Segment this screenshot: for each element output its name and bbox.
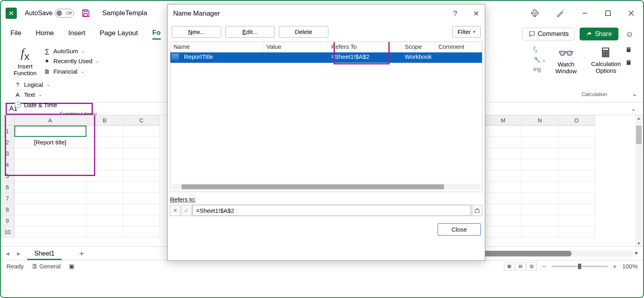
cell[interactable] <box>558 159 595 170</box>
zoom-slider[interactable] <box>552 266 608 267</box>
row-header[interactable]: 9 <box>1 215 14 226</box>
col-refers-header[interactable]: Refers To <box>328 42 402 52</box>
cell[interactable] <box>123 215 160 226</box>
expand-formula-bar-icon[interactable]: ⌄ <box>631 105 636 112</box>
delete-name-button[interactable]: Delete <box>279 26 328 38</box>
save-icon[interactable] <box>81 9 90 18</box>
next-sheet-button[interactable]: ► <box>16 250 22 257</box>
dialog-close-button[interactable]: ✕ <box>473 9 479 18</box>
row-header[interactable]: 1 <box>1 126 14 137</box>
cell-a1[interactable] <box>14 126 86 137</box>
cell[interactable] <box>485 215 522 226</box>
row-header[interactable]: 10 <box>1 226 14 238</box>
cell[interactable] <box>86 170 123 182</box>
refers-apply-button[interactable]: ✓ <box>181 205 192 216</box>
zoom-value[interactable]: 100% <box>622 263 638 270</box>
feedback-icon[interactable]: ☺ <box>626 30 634 39</box>
insert-function-button[interactable]: fx Insert Function <box>10 43 40 79</box>
cell[interactable] <box>558 170 595 182</box>
row-header[interactable]: 5 <box>1 170 14 182</box>
col-header[interactable]: C <box>123 115 160 126</box>
cell[interactable] <box>123 226 160 238</box>
premium-icon[interactable] <box>530 9 539 18</box>
prev-sheet-button[interactable]: ◄ <box>5 250 10 257</box>
cell[interactable] <box>123 170 160 182</box>
cell[interactable] <box>522 215 558 226</box>
cell[interactable] <box>14 204 86 215</box>
cell[interactable] <box>123 159 160 170</box>
cell[interactable] <box>14 226 86 238</box>
zoom-in-button[interactable]: + <box>613 263 617 270</box>
vertical-scrollbar[interactable]: ▲ ▼ <box>635 115 642 246</box>
collapse-ribbon-icon[interactable]: ⌄ <box>632 89 638 98</box>
cell[interactable] <box>558 215 595 226</box>
cell[interactable] <box>558 193 595 204</box>
new-name-button[interactable]: NNew...ew... <box>172 26 221 38</box>
cell[interactable] <box>522 159 558 170</box>
cell[interactable] <box>485 148 522 159</box>
refers-to-input[interactable] <box>192 205 471 216</box>
quick-edit-icon[interactable] <box>556 9 565 18</box>
col-header[interactable]: N <box>522 115 558 126</box>
minimize-button[interactable] <box>582 10 588 16</box>
cell[interactable] <box>522 137 558 148</box>
col-header[interactable]: O <box>558 115 595 126</box>
watch-window-button[interactable]: 👓 Watch Window <box>552 43 580 77</box>
sheet-tab-sheet1[interactable]: Sheet1 <box>27 248 62 260</box>
cell[interactable] <box>522 182 558 193</box>
cell[interactable] <box>14 170 86 182</box>
range-picker-button[interactable] <box>472 205 482 216</box>
scrollbar-thumb[interactable] <box>636 126 642 144</box>
tab-home[interactable]: Home <box>36 29 54 39</box>
select-all-corner[interactable] <box>1 115 14 126</box>
cell[interactable] <box>485 182 522 193</box>
row-header[interactable]: 4 <box>1 159 14 170</box>
recently-used-button[interactable]: ✦Recently Used⌄ <box>42 57 101 66</box>
cell[interactable] <box>86 126 123 137</box>
cell[interactable] <box>485 204 522 215</box>
calc-now-icon[interactable]: 🖩 <box>626 46 632 54</box>
cell[interactable] <box>86 193 123 204</box>
row-header[interactable]: 3 <box>1 148 14 159</box>
cell[interactable] <box>86 182 123 193</box>
cell[interactable] <box>123 204 160 215</box>
cell[interactable] <box>14 159 86 170</box>
cell[interactable] <box>14 182 86 193</box>
cell[interactable] <box>14 193 86 204</box>
financial-button[interactable]: 🗎Financial⌄ <box>42 67 101 76</box>
cell[interactable] <box>558 226 595 238</box>
cell[interactable] <box>86 204 123 215</box>
scroll-right-icon[interactable]: ► <box>634 250 639 256</box>
calc-sheet-icon[interactable]: 🖩 <box>626 59 632 66</box>
row-header[interactable]: 7 <box>1 193 14 204</box>
scroll-down-icon[interactable]: ▼ <box>635 241 642 246</box>
cell[interactable] <box>485 137 522 148</box>
col-header[interactable]: B <box>86 115 123 126</box>
cell[interactable] <box>123 148 160 159</box>
cell[interactable] <box>86 148 123 159</box>
cell[interactable] <box>558 204 595 215</box>
col-scope-header[interactable]: Scope <box>402 42 435 52</box>
cell[interactable] <box>485 226 522 238</box>
row-header[interactable]: 6 <box>1 182 14 193</box>
view-normal-button[interactable]: ▦ <box>504 262 514 270</box>
autosave-toggle[interactable]: Off <box>55 9 74 18</box>
names-list[interactable]: Name Value Refers To Scope Comment Repor… <box>170 42 482 192</box>
close-button[interactable]: Close <box>438 223 481 236</box>
add-sheet-button[interactable]: ＋ <box>78 248 86 259</box>
edit-name-button[interactable]: Edit... <box>225 26 275 38</box>
cell[interactable] <box>558 137 595 148</box>
row-header[interactable]: 8 <box>1 204 14 215</box>
share-button[interactable]: Share <box>580 28 618 40</box>
tab-file[interactable]: File <box>10 29 21 39</box>
scroll-up-icon[interactable]: ▲ <box>635 116 642 120</box>
cell[interactable] <box>522 226 558 238</box>
tab-insert[interactable]: Insert <box>68 29 86 39</box>
cell[interactable] <box>14 148 86 159</box>
logical-button[interactable]: ?Logical⌄ <box>12 80 59 89</box>
cell[interactable] <box>522 193 558 204</box>
maximize-button[interactable] <box>605 10 611 16</box>
cell[interactable] <box>123 193 160 204</box>
cell[interactable] <box>485 170 522 182</box>
filter-button[interactable]: Filter ▾ <box>452 26 481 38</box>
